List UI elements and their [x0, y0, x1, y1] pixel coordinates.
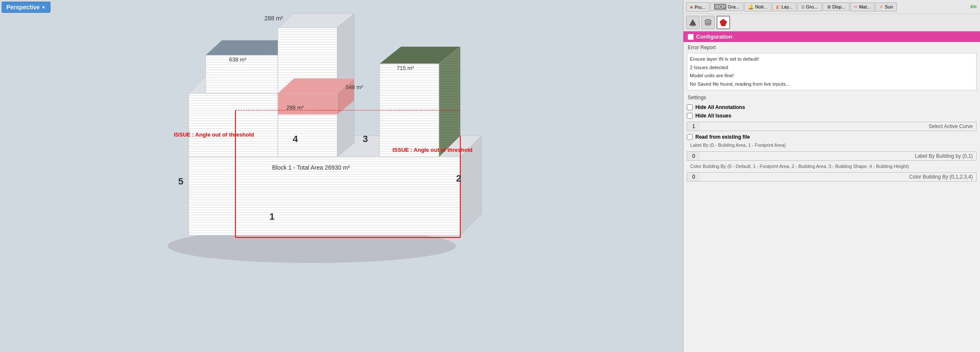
- select-curve-row: Select Active Curve: [687, 122, 977, 131]
- svg-text:ISSUE : Angle out of threshold: ISSUE : Angle out of threshold: [174, 131, 254, 138]
- color-by-description: Color Building By (0 - Default, 1 - Foot…: [687, 162, 977, 170]
- toolbar-row2: [683, 14, 980, 31]
- select-curve-input[interactable]: [687, 122, 700, 131]
- svg-text:288 m²: 288 m²: [286, 104, 304, 111]
- toolbar-gra-btn[interactable]: RCP Gra...: [710, 3, 743, 11]
- error-line-2: 2 Issues detected: [690, 64, 974, 72]
- perspective-button[interactable]: Perspective ▼: [2, 2, 50, 13]
- disp-label: Disp...: [832, 4, 846, 9]
- hide-annotations-row: Hide All Annotations: [687, 103, 977, 112]
- gem-icon: [719, 18, 728, 27]
- config-panel: Configuration Error Report Ensure layer …: [683, 31, 980, 352]
- read-file-row: Read from existing file: [687, 133, 977, 141]
- svg-marker-29: [278, 93, 337, 115]
- cone-icon: [689, 18, 697, 27]
- pro-icon: ●: [690, 4, 693, 10]
- right-panel: ● Pro... RCP Gra... 🔔 Noti... ◧ Lay... ⊞…: [683, 0, 980, 352]
- svg-text:Block 1 - Total Area 26930 m²: Block 1 - Total Area 26930 m²: [272, 164, 350, 171]
- hide-issues-label: Hide All Issues: [695, 113, 731, 119]
- svg-text:ISSUE : Angle out of threshold: ISSUE : Angle out of threshold: [392, 147, 473, 153]
- read-file-label: Read from existing file: [695, 134, 750, 140]
- svg-text:548 m²: 548 m²: [346, 84, 363, 90]
- read-file-checkbox[interactable]: [687, 134, 693, 140]
- toolbar-disp-btn[interactable]: 🖥 Disp...: [823, 3, 849, 11]
- dropdown-arrow-icon: ▼: [42, 5, 46, 10]
- lay-label: Lay...: [781, 4, 792, 9]
- green-pencil-icon: ✏: [970, 2, 977, 12]
- toolbar-pro-btn[interactable]: ● Pro...: [686, 2, 709, 12]
- svg-marker-49: [689, 19, 696, 25]
- perspective-label: Perspective: [6, 4, 40, 11]
- error-line-1: Ensure layer IN is set to default!: [690, 55, 974, 64]
- toolbar-mat-btn[interactable]: ✏ Mat...: [850, 3, 875, 11]
- config-title: Configuration: [696, 34, 732, 40]
- toolbar-row1: ● Pro... RCP Gra... 🔔 Noti... ◧ Lay... ⊞…: [683, 0, 980, 14]
- svg-point-52: [705, 23, 711, 25]
- gro-label: Gro...: [806, 4, 818, 9]
- svg-text:715 m²: 715 m²: [397, 65, 414, 71]
- toolbar-gro-btn[interactable]: ⊞ Gro...: [797, 3, 822, 11]
- noti-icon: 🔔: [748, 4, 754, 9]
- lay-icon: ◧: [776, 4, 780, 9]
- disp-icon: 🖥: [826, 4, 831, 9]
- noti-label: Noti...: [755, 4, 767, 9]
- select-curve-label: Select Active Curve: [700, 122, 976, 131]
- toolbar-noti-btn[interactable]: 🔔 Noti...: [744, 3, 771, 11]
- label-by-label: Label By Building by (0,1): [700, 152, 976, 160]
- settings-header: Settings: [683, 92, 980, 101]
- settings-section: Hide All Annotations Hide All Issues Sel…: [683, 101, 980, 185]
- label-by-description: Label By (0 - Building Area, 1 - Footpri…: [687, 141, 977, 149]
- svg-text:3: 3: [363, 134, 368, 144]
- svg-text:2: 2: [456, 173, 461, 184]
- sun-icon: ☀: [879, 4, 883, 9]
- error-report-box: Ensure layer IN is set to default! 2 Iss…: [687, 53, 977, 90]
- config-checkbox[interactable]: [688, 34, 694, 40]
- svg-text:4: 4: [293, 134, 298, 144]
- svg-text:638 m²: 638 m²: [229, 56, 246, 63]
- hide-annotations-label: Hide All Annotations: [695, 104, 745, 110]
- gem-tool-btn[interactable]: [717, 16, 730, 29]
- svg-text:5: 5: [178, 176, 183, 187]
- color-by-row: Color Building By (0,1,2,3,4): [687, 172, 977, 182]
- color-by-input[interactable]: [687, 173, 700, 181]
- tube-tool-btn[interactable]: [701, 16, 715, 29]
- svg-text:288 m²: 288 m²: [264, 15, 283, 22]
- viewport: Perspective ▼: [0, 0, 683, 352]
- error-report-header: Error Report: [683, 42, 980, 51]
- gro-icon: ⊞: [801, 4, 805, 9]
- label-by-row: Label By Building by (0,1): [687, 151, 977, 161]
- tube-icon: [704, 18, 712, 27]
- svg-text:1: 1: [269, 211, 274, 222]
- gra-icon: RCP: [714, 4, 726, 10]
- mat-label: Mat...: [859, 4, 871, 9]
- error-line-3: Model units are fine!: [690, 72, 974, 80]
- color-by-label: Color Building By (0,1,2,3,4): [700, 173, 976, 181]
- hide-annotations-checkbox[interactable]: [687, 104, 693, 110]
- mat-icon: ✏: [854, 4, 858, 9]
- toolbar-sun-btn[interactable]: ☀ Sun: [875, 3, 897, 11]
- building-svg: 1 2 3 4 5 288 m² 638 m² 715 m² 548 m² 28…: [0, 0, 683, 352]
- cone-tool-btn[interactable]: [686, 16, 700, 29]
- svg-rect-9: [189, 93, 278, 157]
- gra-label: Gra...: [728, 4, 740, 9]
- label-by-input[interactable]: [687, 152, 700, 160]
- pro-label: Pro...: [694, 5, 706, 10]
- toolbar-lay-btn[interactable]: ◧ Lay...: [772, 3, 796, 11]
- hide-issues-checkbox[interactable]: [687, 113, 693, 119]
- hide-issues-row: Hide All Issues: [687, 112, 977, 120]
- sun-label: Sun: [885, 4, 893, 9]
- config-header: Configuration: [683, 31, 980, 42]
- error-line-4: No Saved file found, reading from live i…: [690, 80, 974, 89]
